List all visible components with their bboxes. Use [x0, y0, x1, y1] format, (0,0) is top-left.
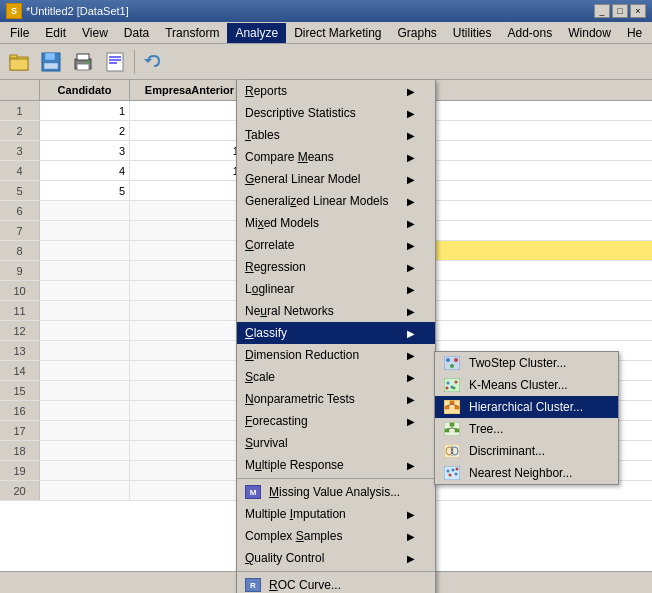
- cell-empresa[interactable]: [130, 261, 250, 280]
- menu-item-dim-reduction[interactable]: Dimension Reduction ▶: [237, 344, 435, 366]
- menu-item-kmeans[interactable]: K-Means Cluster...: [435, 374, 618, 396]
- cell-candidato[interactable]: 4: [40, 161, 130, 180]
- cell-empresa[interactable]: [130, 321, 250, 340]
- menu-item-gzlm[interactable]: Generalized Linear Models ▶: [237, 190, 435, 212]
- menu-item-scale[interactable]: Scale ▶: [237, 366, 435, 388]
- cell-empresa[interactable]: [130, 401, 250, 420]
- menu-addons[interactable]: Add-ons: [500, 23, 561, 43]
- row-num: 6: [0, 201, 40, 220]
- cell-candidato[interactable]: 1: [40, 101, 130, 120]
- menu-transform[interactable]: Transform: [157, 23, 227, 43]
- menu-item-survival[interactable]: Survival: [237, 432, 435, 454]
- correlate-label: Correlate: [245, 238, 294, 252]
- cell-empresa[interactable]: [130, 441, 250, 460]
- menu-item-glm[interactable]: General Linear Model ▶: [237, 168, 435, 190]
- cell-candidato[interactable]: [40, 361, 130, 380]
- cell-candidato[interactable]: 5: [40, 181, 130, 200]
- menu-item-roc[interactable]: R ROC Curve...: [237, 574, 435, 593]
- minimize-button[interactable]: _: [594, 4, 610, 18]
- tree-label: Tree...: [469, 422, 503, 436]
- menu-data[interactable]: Data: [116, 23, 157, 43]
- cell-candidato[interactable]: [40, 341, 130, 360]
- neural-label: Neural Networks: [245, 304, 334, 318]
- cell-candidato[interactable]: [40, 421, 130, 440]
- cell-empresa[interactable]: [130, 481, 250, 500]
- menu-item-neural[interactable]: Neural Networks ▶: [237, 300, 435, 322]
- menu-item-discriminant[interactable]: Discriminant...: [435, 440, 618, 462]
- menu-item-nonparam[interactable]: Nonparametric Tests ▶: [237, 388, 435, 410]
- menu-edit[interactable]: Edit: [37, 23, 74, 43]
- cell-empresa[interactable]: 4: [130, 121, 250, 140]
- menu-item-classify[interactable]: Classify ▶: [237, 322, 435, 344]
- menu-item-complex[interactable]: Complex Samples ▶: [237, 525, 435, 547]
- cell-empresa[interactable]: [130, 301, 250, 320]
- menu-item-regression[interactable]: Regression ▶: [237, 256, 435, 278]
- hierarchical-wrapper: Hierarchical Cluster...: [443, 399, 583, 415]
- menu-item-nearest[interactable]: Nearest Neighbor...: [435, 462, 618, 484]
- menu-item-missing[interactable]: M Missing Value Analysis...: [237, 481, 435, 503]
- cell-empresa[interactable]: 2: [130, 101, 250, 120]
- cell-empresa[interactable]: 16: [130, 161, 250, 180]
- cell-candidato[interactable]: [40, 481, 130, 500]
- cell-candidato[interactable]: [40, 281, 130, 300]
- cell-candidato[interactable]: 3: [40, 141, 130, 160]
- cell-candidato[interactable]: [40, 441, 130, 460]
- cell-candidato[interactable]: 2: [40, 121, 130, 140]
- cell-empresa[interactable]: [130, 361, 250, 380]
- cell-empresa[interactable]: 12: [130, 141, 250, 160]
- maximize-button[interactable]: □: [612, 4, 628, 18]
- menu-item-forecasting[interactable]: Forecasting ▶: [237, 410, 435, 432]
- svg-rect-10: [107, 53, 123, 71]
- cell-candidato[interactable]: [40, 381, 130, 400]
- cell-empresa[interactable]: [130, 341, 250, 360]
- svg-point-45: [455, 473, 458, 476]
- cell-empresa[interactable]: [130, 281, 250, 300]
- svg-point-19: [447, 382, 450, 385]
- menu-item-reports[interactable]: Reports ▶: [237, 80, 435, 102]
- cell-empresa[interactable]: [130, 461, 250, 480]
- menu-item-multiple-response[interactable]: Multiple Response ▶: [237, 454, 435, 476]
- report-button[interactable]: [100, 48, 130, 76]
- menu-direct-marketing[interactable]: Direct Marketing: [286, 23, 389, 43]
- menu-item-desc-stats[interactable]: Descriptive Statistics ▶: [237, 102, 435, 124]
- menu-utilities[interactable]: Utilities: [445, 23, 500, 43]
- menu-item-tree[interactable]: Tree...: [435, 418, 618, 440]
- menu-item-quality[interactable]: Quality Control ▶: [237, 547, 435, 569]
- menu-item-hierarchical[interactable]: Hierarchical Cluster...: [435, 396, 618, 418]
- cell-candidato[interactable]: [40, 401, 130, 420]
- cell-empresa[interactable]: [130, 221, 250, 240]
- menu-window[interactable]: Window: [560, 23, 619, 43]
- menu-analyze[interactable]: Analyze: [227, 23, 286, 43]
- row-num: 4: [0, 161, 40, 180]
- menu-item-mult-impute[interactable]: Multiple Imputation ▶: [237, 503, 435, 525]
- cell-candidato[interactable]: [40, 301, 130, 320]
- cell-empresa[interactable]: [130, 381, 250, 400]
- menu-item-loglinear[interactable]: Loglinear ▶: [237, 278, 435, 300]
- mult-impute-arrow: ▶: [407, 509, 415, 520]
- menu-graphs[interactable]: Graphs: [389, 23, 444, 43]
- cell-candidato[interactable]: [40, 261, 130, 280]
- menu-file[interactable]: File: [2, 23, 37, 43]
- cell-candidato[interactable]: [40, 221, 130, 240]
- cell-empresa[interactable]: [130, 201, 250, 220]
- cell-candidato[interactable]: [40, 461, 130, 480]
- menu-item-correlate[interactable]: Correlate ▶: [237, 234, 435, 256]
- save-button[interactable]: [36, 48, 66, 76]
- menu-view[interactable]: View: [74, 23, 116, 43]
- cell-candidato[interactable]: [40, 241, 130, 260]
- close-button[interactable]: ×: [630, 4, 646, 18]
- menu-item-twostep[interactable]: TwoStep Cluster...: [435, 352, 618, 374]
- menu-item-tables[interactable]: Tables ▶: [237, 124, 435, 146]
- cell-candidato[interactable]: [40, 321, 130, 340]
- menu-item-compare-means[interactable]: Compare Means ▶: [237, 146, 435, 168]
- menu-help[interactable]: He: [619, 23, 650, 43]
- menu-item-mixed[interactable]: Mixed Models ▶: [237, 212, 435, 234]
- cell-candidato[interactable]: [40, 201, 130, 220]
- open-button[interactable]: [4, 48, 34, 76]
- cell-empresa[interactable]: [130, 241, 250, 260]
- cell-empresa[interactable]: [130, 421, 250, 440]
- svg-rect-25: [450, 401, 454, 404]
- print-button[interactable]: [68, 48, 98, 76]
- cell-empresa[interactable]: 2: [130, 181, 250, 200]
- undo-button[interactable]: [139, 48, 169, 76]
